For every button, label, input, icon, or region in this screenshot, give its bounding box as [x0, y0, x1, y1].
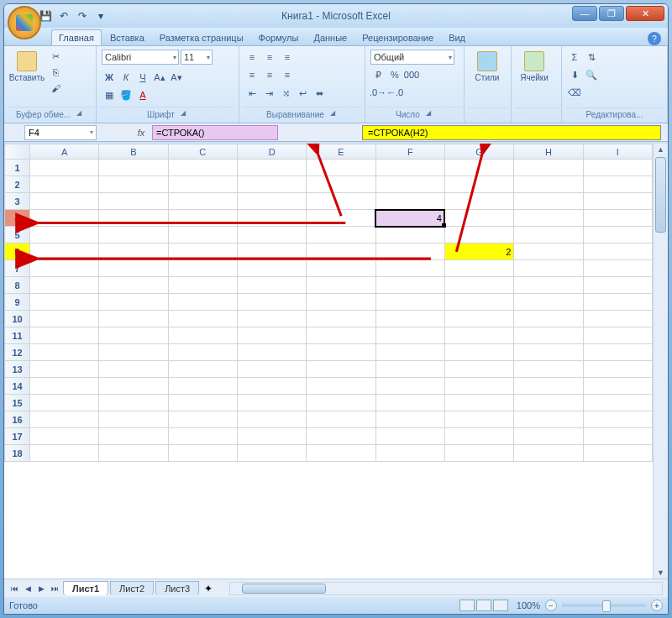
cell-H2[interactable] [514, 176, 583, 193]
sheet-tab-3[interactable]: Лист3 [155, 581, 199, 595]
cell-F2[interactable] [375, 176, 444, 193]
column-header-F[interactable]: F [375, 144, 444, 160]
cell-A11[interactable] [30, 327, 99, 344]
cell-C18[interactable] [168, 445, 237, 462]
cell-E5[interactable] [307, 227, 375, 244]
cell-H17[interactable] [514, 428, 583, 445]
cell-C2[interactable] [168, 176, 237, 193]
cell-A10[interactable] [30, 311, 99, 327]
orientation-icon[interactable]: ⤭ [278, 86, 293, 101]
cell-A16[interactable] [30, 411, 99, 428]
cell-A12[interactable] [30, 344, 99, 361]
cell-I14[interactable] [583, 378, 652, 395]
cell-E16[interactable] [307, 411, 375, 428]
cell-D3[interactable] [237, 193, 306, 210]
cell-I10[interactable] [583, 311, 652, 327]
cell-B1[interactable] [99, 160, 168, 176]
fill-color-icon[interactable]: 🪣 [118, 87, 134, 102]
font-launcher-icon[interactable]: ◢ [178, 109, 188, 119]
cell-H10[interactable] [514, 311, 583, 327]
cell-I1[interactable] [583, 160, 652, 176]
cell-A2[interactable] [30, 176, 99, 193]
fx-icon[interactable]: fx [130, 128, 152, 138]
cell-A5[interactable] [30, 227, 99, 244]
cell-A7[interactable] [30, 260, 99, 277]
qat-undo-icon[interactable]: ↶ [56, 8, 71, 24]
row-header-14[interactable]: 14 [5, 378, 30, 395]
cell-H4[interactable] [514, 210, 583, 227]
cell-F12[interactable] [375, 344, 444, 361]
decrease-decimal-icon[interactable]: ←.0 [387, 85, 402, 100]
align-top-left-icon[interactable]: ≡ [244, 50, 260, 65]
cell-B6[interactable] [99, 244, 168, 260]
cell-B5[interactable] [99, 227, 168, 244]
cell-I7[interactable] [583, 260, 652, 277]
cell-A13[interactable] [30, 361, 99, 378]
cell-I2[interactable] [583, 176, 652, 193]
align-top-center-icon[interactable]: ≡ [262, 50, 277, 65]
cell-B18[interactable] [99, 445, 168, 462]
cell-D11[interactable] [237, 327, 306, 344]
cell-I4[interactable] [583, 210, 652, 227]
cell-B4[interactable] [99, 210, 168, 227]
column-header-B[interactable]: B [99, 144, 168, 160]
cell-A17[interactable] [30, 428, 99, 445]
cell-B15[interactable] [99, 395, 168, 411]
align-top-right-icon[interactable]: ≡ [280, 50, 295, 65]
qat-redo-icon[interactable]: ↷ [75, 8, 90, 24]
cell-D1[interactable] [237, 160, 306, 176]
cell-C14[interactable] [168, 378, 237, 395]
cell-E1[interactable] [307, 160, 375, 176]
cell-B10[interactable] [99, 311, 168, 327]
cell-H15[interactable] [514, 395, 583, 411]
cut-icon[interactable]: ✂ [48, 50, 63, 63]
cell-B11[interactable] [99, 327, 168, 344]
row-header-6[interactable]: 6 [5, 244, 30, 260]
cell-C11[interactable] [168, 327, 237, 344]
cell-E14[interactable] [307, 378, 375, 395]
cell-F6[interactable] [375, 244, 444, 260]
cell-F8[interactable] [375, 277, 444, 294]
tab-review[interactable]: Рецензирование [355, 30, 440, 45]
row-header-9[interactable]: 9 [5, 294, 30, 311]
cell-F14[interactable] [375, 378, 444, 395]
format-painter-icon[interactable]: 🖌 [48, 81, 63, 95]
increase-indent-icon[interactable]: ⇥ [261, 86, 276, 101]
cell-H14[interactable] [514, 378, 583, 395]
cell-E6[interactable] [307, 244, 375, 260]
cell-E3[interactable] [307, 193, 375, 210]
cell-G10[interactable] [444, 311, 513, 327]
cell-H12[interactable] [514, 344, 583, 361]
cell-I11[interactable] [583, 327, 652, 344]
cell-E10[interactable] [307, 311, 375, 327]
sheet-tab-1[interactable]: Лист1 [63, 581, 108, 595]
row-header-7[interactable]: 7 [5, 260, 30, 277]
cell-A15[interactable] [30, 395, 99, 411]
page-break-view-icon[interactable] [493, 600, 508, 611]
cell-D8[interactable] [237, 277, 306, 294]
cell-G3[interactable] [444, 193, 513, 210]
cell-D16[interactable] [237, 411, 306, 428]
cell-C5[interactable] [168, 227, 237, 244]
cell-G2[interactable] [444, 176, 513, 193]
help-icon[interactable]: ? [648, 32, 661, 45]
cell-D7[interactable] [237, 260, 306, 277]
cell-B9[interactable] [99, 294, 168, 311]
cell-E9[interactable] [307, 294, 375, 311]
cell-C9[interactable] [168, 294, 237, 311]
cell-H16[interactable] [514, 411, 583, 428]
office-button[interactable] [8, 6, 41, 39]
font-color-icon[interactable]: A [135, 87, 150, 102]
normal-view-icon[interactable] [459, 600, 475, 611]
cell-E12[interactable] [307, 344, 375, 361]
font-size-combo[interactable]: 11 [181, 50, 213, 65]
cell-I5[interactable] [583, 227, 652, 244]
cell-D5[interactable] [237, 227, 306, 244]
copy-icon[interactable]: ⎘ [48, 65, 63, 79]
cell-C4[interactable] [168, 210, 237, 227]
cell-F1[interactable] [375, 160, 444, 176]
cell-G12[interactable] [444, 344, 513, 361]
grow-font-icon[interactable]: A▴ [152, 70, 167, 85]
cell-G7[interactable] [444, 260, 513, 277]
underline-icon[interactable]: Ч [135, 70, 150, 85]
